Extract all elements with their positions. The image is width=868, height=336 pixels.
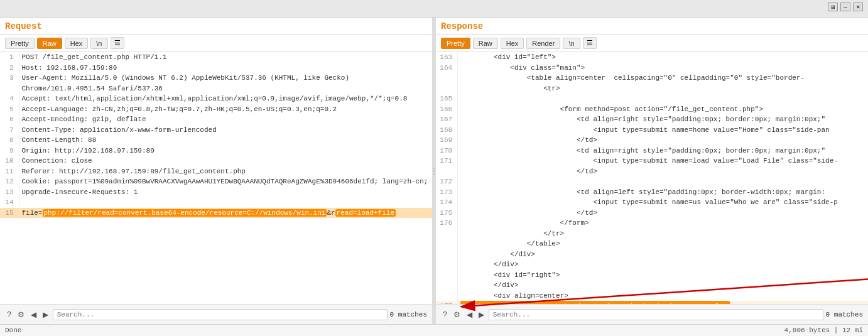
request-panel: Request Pretty Raw Hex \n ☰ 1POST /file_… bbox=[0, 18, 432, 324]
panels-wrapper: Request Pretty Raw Hex \n ☰ 1POST /file_… bbox=[0, 18, 868, 324]
close-btn[interactable]: ✕ bbox=[853, 3, 863, 11]
line-number bbox=[436, 73, 458, 84]
line-number bbox=[436, 291, 458, 301]
line-number: 175 bbox=[436, 208, 458, 219]
line-content: <tr> bbox=[458, 84, 868, 94]
response-forward-btn[interactable]: ▶ bbox=[477, 310, 486, 320]
response-line-table: 163 <div id="left">164 <div class="main"… bbox=[436, 52, 868, 304]
response-matches-label: 0 matches bbox=[826, 311, 863, 318]
top-bar: ⊞ ─ ✕ bbox=[0, 0, 868, 18]
request-line-table: 1POST /file_get_content.php HTTP/1.12Hos… bbox=[0, 52, 432, 218]
request-pretty-btn[interactable]: Pretty bbox=[5, 38, 35, 49]
line-content: Upgrade-Insecure-Requests: 1 bbox=[19, 187, 432, 198]
line-number: 168 bbox=[436, 125, 458, 136]
response-back-btn[interactable]: ◀ bbox=[465, 310, 474, 320]
line-number: 174 bbox=[436, 197, 458, 208]
restore-btn[interactable]: ⊞ bbox=[828, 3, 838, 11]
request-toolbar: Pretty Raw Hex \n ☰ bbox=[0, 35, 432, 52]
response-bottom-bar: ? ⚙ ◀ ▶ 0 matches bbox=[436, 304, 868, 324]
line-number: 1 bbox=[0, 52, 19, 63]
line-content: <div align=center> bbox=[458, 291, 868, 301]
response-menu-btn[interactable]: ☰ bbox=[583, 37, 597, 49]
line-content: <div id="right"> bbox=[458, 270, 868, 281]
line-content: Content-Length: 88 bbox=[19, 135, 432, 146]
request-menu-btn[interactable]: ☰ bbox=[111, 37, 124, 49]
line-number bbox=[436, 259, 458, 270]
status-right: 4,806 bytes | 12 mi bbox=[784, 327, 863, 334]
line-content: Accept-Language: zh-CN,zh;q=0.8,zh-TW;q=… bbox=[19, 104, 432, 115]
line-content: Content-Type: application/x-www-form-url… bbox=[19, 125, 432, 136]
line-number: 176 bbox=[436, 218, 458, 229]
line-content: OyBmb3IgTTYtYm1OIGFwcCBzdXBwb3J0DQpbZm9u… bbox=[458, 301, 868, 304]
line-number bbox=[436, 229, 458, 239]
request-panel-title: Request bbox=[0, 18, 432, 35]
line-number: 9 bbox=[0, 146, 19, 156]
response-hex-btn[interactable]: Hex bbox=[501, 38, 524, 49]
line-number bbox=[436, 249, 458, 260]
response-help-btn[interactable]: ? bbox=[441, 310, 449, 320]
line-content bbox=[458, 94, 868, 104]
line-number: 177 bbox=[436, 301, 458, 304]
request-bottom-bar: ? ⚙ ◀ ▶ 0 matches bbox=[0, 304, 432, 324]
request-newline-btn[interactable]: \n bbox=[90, 38, 107, 49]
line-content: file=php://filter/read=convert.base64-en… bbox=[19, 208, 432, 219]
line-content: </td> bbox=[458, 208, 868, 219]
line-number: 13 bbox=[0, 187, 19, 198]
line-number: 7 bbox=[0, 125, 19, 136]
request-hex-btn[interactable]: Hex bbox=[65, 38, 89, 49]
line-number: 164 bbox=[436, 63, 458, 73]
minimize-btn[interactable]: ─ bbox=[840, 3, 850, 11]
line-content: </div> bbox=[458, 259, 868, 270]
line-number: 172 bbox=[436, 176, 458, 187]
response-content: 163 <div id="left">164 <div class="main"… bbox=[436, 52, 868, 304]
line-content: <td align=right style="padding:0px; bord… bbox=[458, 114, 868, 125]
line-content: Referer: http://192.168.97.159:89/file_g… bbox=[19, 166, 432, 177]
line-number: 10 bbox=[0, 156, 19, 166]
status-bar: Done 4,806 bytes | 12 mi bbox=[0, 324, 868, 336]
line-number: 166 bbox=[436, 104, 458, 115]
line-number: 14 bbox=[0, 197, 19, 208]
line-number: 173 bbox=[436, 187, 458, 198]
line-number bbox=[0, 84, 19, 94]
line-content: Accept-Encoding: gzip, deflate bbox=[19, 114, 432, 125]
request-help-btn[interactable]: ? bbox=[5, 310, 13, 320]
request-raw-btn[interactable]: Raw bbox=[37, 38, 62, 49]
line-content: </form> bbox=[458, 218, 868, 229]
line-number bbox=[436, 270, 458, 281]
line-number: 11 bbox=[0, 166, 19, 177]
request-settings-btn[interactable]: ⚙ bbox=[16, 310, 26, 320]
line-number: 5 bbox=[0, 104, 19, 115]
line-content bbox=[458, 176, 868, 187]
line-number: 171 bbox=[436, 156, 458, 166]
line-content: </tr> bbox=[458, 229, 868, 239]
response-settings-btn[interactable]: ⚙ bbox=[452, 310, 462, 320]
line-number: 8 bbox=[0, 135, 19, 146]
line-number: 2 bbox=[0, 63, 19, 73]
main-container: ⊞ ─ ✕ Request Pretty Raw Hex \n ☰ 1POST … bbox=[0, 0, 868, 336]
response-raw-btn[interactable]: Raw bbox=[473, 38, 498, 49]
response-newline-btn[interactable]: \n bbox=[563, 38, 580, 49]
line-content: Cookie: passport=1%09admin%09BwVRAACXVwg… bbox=[19, 176, 432, 187]
window-controls: ⊞ ─ ✕ bbox=[828, 3, 863, 11]
line-content: <td align=left style="padding:0px; borde… bbox=[458, 187, 868, 198]
response-search-input[interactable] bbox=[489, 309, 823, 320]
line-number: 6 bbox=[0, 114, 19, 125]
response-render-btn[interactable]: Render bbox=[526, 38, 560, 49]
line-content: Accept: text/html,application/xhtml+xml,… bbox=[19, 94, 432, 104]
line-content bbox=[19, 197, 432, 208]
line-content: <input type=submit name=load value="Load… bbox=[458, 156, 868, 166]
request-search-input[interactable] bbox=[53, 309, 388, 320]
line-content: POST /file_get_content.php HTTP/1.1 bbox=[19, 52, 432, 63]
line-content: Chrome/101.0.4951.54 Safari/537.36 bbox=[19, 84, 432, 94]
request-matches-label: 0 matches bbox=[390, 311, 427, 318]
line-number: 165 bbox=[436, 94, 458, 104]
response-panel-title: Response bbox=[436, 18, 868, 35]
line-number: 12 bbox=[0, 176, 19, 187]
request-back-btn[interactable]: ◀ bbox=[29, 310, 38, 320]
line-number: 169 bbox=[436, 135, 458, 146]
response-pretty-btn[interactable]: Pretty bbox=[441, 38, 470, 49]
request-forward-btn[interactable]: ▶ bbox=[41, 310, 50, 320]
line-number bbox=[436, 239, 458, 249]
line-content: <td align=right style="padding:0px; bord… bbox=[458, 146, 868, 156]
line-number: 163 bbox=[436, 52, 458, 63]
